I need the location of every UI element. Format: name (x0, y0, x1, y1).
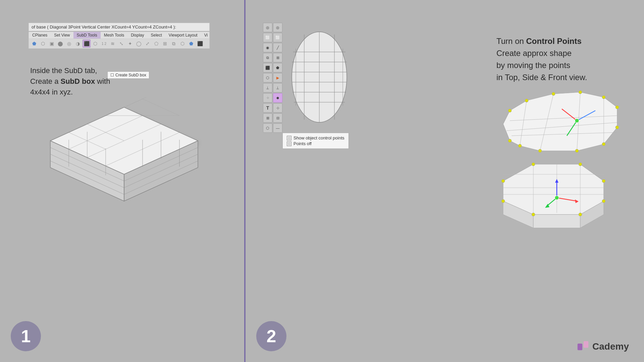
cademy-logo: Cademy (577, 341, 629, 353)
mouse-bottom-svg (483, 154, 610, 238)
svg-point-51 (579, 90, 582, 94)
svg-rect-89 (578, 344, 582, 350)
instruction-text: Turn on Control Points Create approx sha… (496, 35, 624, 83)
rt-btn-l2[interactable]: ⊥ (273, 83, 282, 93)
rt-btn-box1[interactable]: ⬛ (263, 63, 272, 72)
menu-setview[interactable]: Set View (51, 32, 73, 39)
icon-btn-12[interactable]: ✦ (126, 40, 134, 48)
rt-btn-highlighted[interactable]: ● (273, 93, 282, 103)
icon-btn-2[interactable]: ⬡ (39, 40, 47, 48)
tooltip-icon-2: □ (287, 141, 291, 146)
mouse-top-svg (500, 84, 621, 161)
menu-viewport[interactable]: Viewport Layout (165, 32, 201, 39)
subd-box-container (20, 97, 208, 211)
rt-btn-sq3[interactable]: ⧉ (263, 53, 272, 62)
rt-btn-box2[interactable]: ⬟ (273, 63, 282, 72)
top-oval-shape (286, 28, 353, 127)
svg-marker-66 (533, 215, 580, 228)
icon-btn-13[interactable]: ◯ (135, 40, 143, 48)
rt-row-6: ⬡ ▶ (263, 73, 282, 82)
rt-btn-sq2[interactable]: ⬜ (273, 33, 282, 42)
rt-row-5: ⬛ ⬟ (263, 63, 282, 72)
rt-btn-grid2[interactable]: ⊟ (273, 113, 282, 123)
svg-point-55 (602, 142, 605, 146)
svg-line-9 (143, 99, 179, 116)
rt-btn-sq[interactable]: ⬜ (263, 33, 272, 42)
icon-btn-20[interactable]: ⬛ (196, 40, 204, 48)
menu-bar: CPlanes Set View SubD Tools Mesh Tools D… (29, 32, 210, 39)
rt-row-9: T ⊹ (263, 103, 282, 113)
rt-btn-arrow[interactable]: ▶ (273, 73, 282, 82)
rt-btn-sq4[interactable]: ⊞ (273, 53, 282, 62)
icon-btn-4[interactable]: ⬤ (56, 40, 64, 48)
menu-display[interactable]: Display (127, 32, 147, 39)
svg-point-75 (532, 163, 535, 166)
tooltip-row-1: □ Show object control points (287, 135, 344, 140)
icon-btn-18[interactable]: ⬡ (178, 40, 186, 48)
rt-row-2: ⬜ ⬜ (263, 33, 282, 42)
svg-point-76 (579, 163, 582, 166)
icon-btn-subd-box[interactable]: ⬛ (83, 40, 91, 48)
oval-svg (286, 28, 353, 126)
rt-row-8: ⁘ ● (263, 93, 282, 103)
rt-btn-cube[interactable]: ⬡ (263, 73, 272, 82)
icon-btn-17[interactable]: ⧉ (170, 40, 178, 48)
svg-point-63 (575, 119, 579, 123)
icon-btn-3[interactable]: ▣ (48, 40, 56, 48)
svg-rect-90 (584, 341, 588, 348)
icon-btn-10[interactable]: ≋ (109, 40, 117, 48)
icon-btn-5[interactable]: ◎ (65, 40, 73, 48)
svg-point-78 (602, 199, 605, 203)
step-circle-1: 1 (11, 321, 41, 351)
rt-btn-circle2[interactable]: ◎ (273, 23, 282, 32)
tooltip-icon: ☐ (110, 73, 114, 77)
step-text-left: Inside the SubD tab, Create a SubD box w… (30, 65, 110, 98)
rt-btn-3d[interactable]: ⬡ (263, 123, 272, 133)
icon-btn-8[interactable]: ⬡ (91, 40, 99, 48)
menu-select[interactable]: Select (148, 32, 165, 39)
svg-point-79 (579, 213, 582, 216)
menu-subdtools[interactable]: SubD Tools (73, 32, 101, 39)
rt-btn-grid1[interactable]: ⊞ (263, 113, 272, 123)
rt-row-1: ◎ ◎ (263, 23, 282, 32)
rt-btn-circle[interactable]: ◎ (263, 23, 272, 32)
svg-point-49 (525, 99, 528, 102)
icon-btn-9[interactable]: 1 2 (100, 40, 108, 48)
icon-btn-14[interactable]: ⤢ (144, 40, 152, 48)
menu-meshtools[interactable]: Mesh Tools (101, 32, 127, 39)
svg-point-53 (615, 106, 619, 109)
left-panel: of base ( Diagonal 3Point Vertical Cente… (0, 0, 244, 362)
rt-btn-line[interactable]: ╱ (273, 43, 282, 52)
rt-btn-l1[interactable]: ⊥ (263, 83, 272, 93)
rt-row-11: ⬡ — (263, 123, 282, 133)
svg-point-58 (518, 144, 522, 147)
icon-btn-19[interactable]: ⬟ (187, 40, 195, 48)
tooltip-create-subd: ☐Create SubD box (107, 71, 149, 79)
icon-btn-15[interactable]: ⬠ (152, 40, 160, 48)
icon-bar: ⬟ ⬡ ▣ ⬤ ◎ ◑ ⬛ ⬡ 1 2 ≋ ⤡ ✦ ◯ ⤢ ⬠ ⊞ ⧉ ⬡ ⬟ … (29, 39, 210, 49)
right-panel: ◎ ◎ ⬜ ⬜ ◉ ╱ ⧉ ⊞ ⬛ ⬟ ⬡ ▶ ⊥ ⊥ ⁘ ● (246, 0, 644, 362)
svg-point-48 (508, 109, 512, 112)
icon-btn-1[interactable]: ⬟ (30, 40, 38, 48)
rt-btn-dots[interactable]: ⁘ (263, 93, 272, 103)
rt-btn-t[interactable]: T (263, 103, 272, 113)
icon-btn-11[interactable]: ⤡ (117, 40, 125, 48)
cademy-icon-svg (577, 341, 589, 353)
menu-cplanes[interactable]: CPlanes (29, 32, 51, 39)
command-bar: of base ( Diagonal 3Point Vertical Cente… (29, 23, 210, 31)
svg-point-88 (555, 196, 559, 200)
rt-btn-move[interactable]: ⊹ (273, 103, 282, 113)
subd-box-svg (20, 97, 208, 211)
mouse-shape-top (500, 84, 621, 162)
svg-point-56 (575, 149, 579, 153)
icon-btn-16[interactable]: ⊞ (161, 40, 169, 48)
icon-btn-6[interactable]: ◑ (74, 40, 82, 48)
rt-btn-dash[interactable]: — (273, 123, 282, 133)
svg-point-59 (508, 139, 512, 142)
svg-point-57 (538, 149, 542, 153)
menu-vi[interactable]: Vi (201, 32, 211, 39)
svg-point-80 (532, 213, 535, 216)
svg-point-50 (552, 92, 555, 96)
svg-point-77 (602, 179, 605, 183)
rt-btn-circ3[interactable]: ◉ (263, 43, 272, 52)
